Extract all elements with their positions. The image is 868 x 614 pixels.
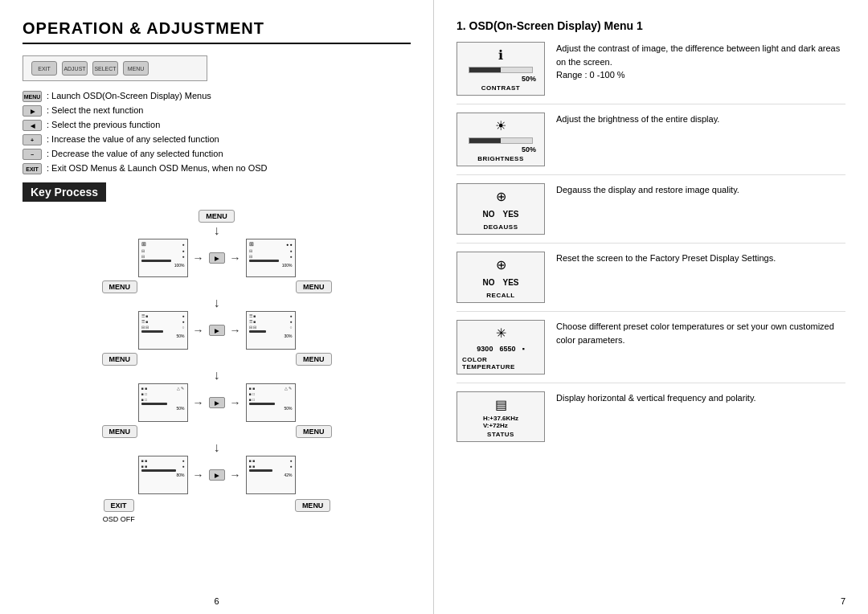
screen-3a: ■ ■△ ✎ ■ □ ■ □ 50%: [138, 383, 188, 422]
key-process-label: Key Process: [23, 182, 106, 202]
osd-contrast-row: ℹ 50% CONTRAST Adjust the contrast of im…: [457, 42, 845, 104]
arrow-down-2: ↓: [214, 297, 220, 309]
instr-prev: ◀ : Select the previous function: [23, 120, 411, 131]
play-icon-1: ▶: [209, 252, 225, 264]
color-6550: 6550: [499, 345, 515, 353]
menu-btn-5: MENU: [295, 499, 331, 512]
prev-icon: ◀: [23, 120, 42, 131]
color-temp-values: 9300 6550 ▪: [477, 345, 524, 353]
screen-2b: ☰ ■● ☰ ■● ⊟ ⊟○ 30%: [246, 311, 296, 350]
arrow-down-1: ↓: [214, 224, 220, 237]
button-row: EXIT ADJUST SELECT MENU: [23, 55, 207, 81]
status-icon: ▤: [495, 397, 507, 412]
arrow-right-3b: →: [230, 396, 241, 409]
screen-4b: ■ ■● ■ ■● 42%: [246, 456, 296, 494]
osd-recall-box: ⊕ NO YES RECALL: [457, 252, 545, 303]
osd-brightness-box: ☀ 50% BRIGHTNESS: [457, 113, 545, 166]
left-page: OPERATION & ADJUSTMENT EXIT ADJUST SELEC…: [0, 0, 434, 614]
contrast-label: CONTRAST: [481, 84, 520, 92]
screen-4a: ■ ■● ■ ■● 80%: [138, 456, 188, 494]
menu-btn-4a: MENU: [102, 425, 138, 438]
contrast-bar: [469, 67, 533, 73]
instr-menu-text: : Launch OSD(On-Screen Display) Menus: [47, 91, 211, 100]
osd-recall-row: ⊕ NO YES RECALL Reset the screen to the …: [457, 252, 845, 312]
play-icon-4: ▶: [209, 469, 225, 481]
arrow-right-2: →: [193, 324, 204, 337]
menu-btn-4b: MENU: [296, 425, 332, 438]
recall-yes: YES: [502, 278, 518, 287]
instr-inc-text: : Increase the value of any selected fun…: [47, 134, 219, 144]
recall-no: NO: [482, 278, 494, 287]
flow-section-2: ☰ ■● ☰ ■● ⊟ ⊟○ 50% → ▶ → ☰ ■● ☰ ■● ⊟ ⊟○ …: [23, 311, 411, 350]
osd-status-box: ▤ H:+37.6KHzV:+72Hz STATUS: [457, 391, 545, 442]
instr-dec: − : Decrease the value of any selected f…: [23, 149, 411, 160]
menu-btn-3a: MENU: [102, 353, 138, 366]
section-title: 1. OSD(On-Screen Display) Menu 1: [457, 19, 845, 32]
recall-desc: Reset the screen to the Factory Preset D…: [556, 252, 845, 265]
osd-brightness-row: ☀ 50% BRIGHTNESS Adjust the brightness o…: [457, 113, 845, 175]
flow-section-1: ⊞● ⊟● ⊟● 100% → ▶ → ⊞● ● ⊟● ⊟● 100%: [23, 239, 411, 277]
degauss-yes: YES: [502, 210, 518, 219]
arrow-right-4b: →: [230, 469, 241, 481]
brightness-icon: ☀: [495, 118, 506, 133]
arrow-down-3: ↓: [214, 369, 220, 382]
degauss-no: NO: [482, 210, 494, 219]
menu-btn-2a: MENU: [102, 280, 138, 293]
brightness-pct: 50%: [522, 145, 536, 154]
right-page: 1. OSD(On-Screen Display) Menu 1 ℹ 50% C…: [434, 0, 868, 614]
exit-button-sim[interactable]: EXIT: [31, 61, 57, 76]
menu-button-sim[interactable]: MENU: [123, 61, 149, 76]
instructions: MENU : Launch OSD(On-Screen Display) Men…: [23, 91, 411, 174]
menu-icon: MENU: [23, 91, 42, 102]
brightness-label: BRIGHTNESS: [477, 155, 523, 162]
colortemp-label: COLOR TEMPERATURE: [462, 356, 539, 370]
contrast-pct: 50%: [522, 75, 536, 83]
arrow-right-3: →: [193, 396, 204, 409]
osd-degauss-row: ⊕ NO YES DEGAUSS Degauss the display and…: [457, 183, 845, 244]
color-bar-indicator: ▪: [522, 345, 524, 353]
degauss-icon: ⊕: [496, 189, 506, 204]
instr-next: ▶ : Select the next function: [23, 105, 411, 117]
degauss-desc: Degauss the display and restore image qu…: [556, 183, 845, 197]
exit-icon: EXIT: [23, 163, 42, 174]
colortemp-icon: ✳: [496, 325, 506, 341]
degauss-no-yes: NO YES: [482, 210, 518, 219]
osd-colortemp-box: ✳ 9300 6550 ▪ COLOR TEMPERATURE: [457, 320, 545, 375]
play-icon-2: ▶: [209, 325, 225, 336]
menu-btn-3b: MENU: [296, 353, 332, 366]
contrast-desc: Adjust the contrast of image, the differ…: [556, 42, 845, 82]
osd-colortemp-row: ✳ 9300 6550 ▪ COLOR TEMPERATURE Choose d…: [457, 320, 845, 383]
recall-label: RECALL: [486, 292, 514, 299]
play-icon-3: ▶: [209, 397, 225, 408]
screen-3b: ■ ■△ ✎ ■ □ ■ □ 50%: [246, 383, 296, 422]
next-icon: ▶: [23, 105, 42, 117]
select-button-sim[interactable]: SELECT: [92, 61, 118, 76]
arrow-right-1b: →: [230, 252, 241, 264]
status-text: H:+37.6KHzV:+72Hz: [483, 415, 518, 429]
instr-exit: EXIT : Exit OSD Menus & Launch OSD Menus…: [23, 163, 411, 174]
color-9300: 9300: [477, 345, 493, 353]
degauss-label: DEGAUSS: [483, 223, 518, 231]
flow-section-3: ■ ■△ ✎ ■ □ ■ □ 50% → ▶ → ■ ■△ ✎ ■ □ ■ □ …: [23, 383, 411, 422]
instr-next-text: : Select the next function: [47, 105, 143, 115]
osd-status-row: ▤ H:+37.6KHzV:+72Hz STATUS Display horiz…: [457, 391, 845, 450]
osd-off-text: OSD OFF: [103, 515, 135, 523]
recall-no-yes: NO YES: [482, 278, 518, 287]
page-title: OPERATION & ADJUSTMENT: [23, 19, 411, 44]
instr-inc: + : Increase the value of any selected f…: [23, 134, 411, 145]
screen-1b: ⊞● ● ⊟● ⊟● 100%: [246, 239, 296, 277]
arrow-down-4: ↓: [214, 441, 220, 454]
osd-degauss-box: ⊕ NO YES DEGAUSS: [457, 183, 545, 235]
arrow-right-2b: →: [230, 324, 241, 337]
adjust-button-sim[interactable]: ADJUST: [62, 61, 88, 76]
flow-diagram: MENU ↓ ⊞● ⊟● ⊟● 100% → ▶ → ⊞● ● ⊟● ⊟●: [23, 210, 411, 523]
instr-prev-text: : Select the previous function: [47, 120, 160, 129]
dec-icon: −: [23, 149, 42, 160]
arrow-right-4: →: [193, 469, 204, 481]
flow-section-4: ■ ■● ■ ■● 80% → ▶ → ■ ■● ■ ■● 42%: [23, 456, 411, 494]
arrow-right-1: →: [193, 252, 204, 264]
instr-exit-text: : Exit OSD Menus & Launch OSD Menus, whe…: [47, 163, 268, 173]
osd-contrast-box: ℹ 50% CONTRAST: [457, 42, 545, 96]
menu-btn-1: MENU: [199, 210, 235, 223]
exit-btn-flow: EXIT: [104, 499, 134, 512]
